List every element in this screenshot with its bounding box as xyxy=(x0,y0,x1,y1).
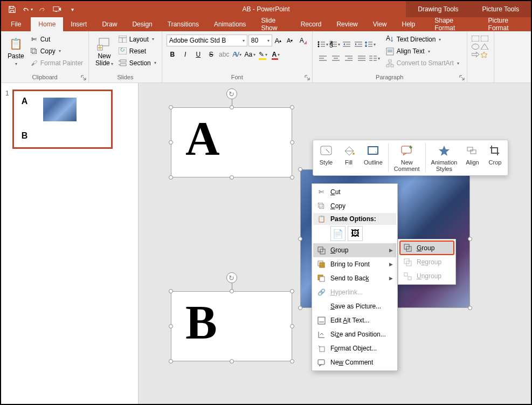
font-size-value: 80 xyxy=(251,37,258,44)
char-spacing-icon[interactable]: AV▾ xyxy=(231,49,243,60)
tab-slideshow[interactable]: Slide Show xyxy=(253,17,293,31)
thumb-text-b: B xyxy=(22,131,28,141)
font-size-selector[interactable]: 80▾ xyxy=(248,35,272,46)
columns-icon[interactable]: ▾ xyxy=(369,52,381,64)
reset-button[interactable]: Reset xyxy=(116,45,158,57)
align-center-icon[interactable] xyxy=(330,52,342,64)
tab-home[interactable]: Home xyxy=(31,17,63,31)
svg-rect-75 xyxy=(318,360,324,365)
align-text-button[interactable]: Align Text▾ xyxy=(384,45,461,57)
ctx-format-object[interactable]: Format Object... xyxy=(313,341,396,355)
reset-label: Reset xyxy=(129,47,146,55)
sub-group[interactable]: Group xyxy=(399,241,454,255)
slide-canvas[interactable]: ↻ A ↻ B Style Fill Outline NewComment An… xyxy=(139,83,531,404)
format-painter-button[interactable]: 🖌Format Painter xyxy=(27,57,85,69)
font-name-selector[interactable]: Adobe Gothic Std B▾ xyxy=(167,35,247,46)
rotate-handle-icon[interactable]: ↻ xyxy=(226,88,237,99)
ctx-size-position[interactable]: Size and Position... xyxy=(313,327,396,341)
save-icon[interactable] xyxy=(5,3,18,16)
justify-icon[interactable] xyxy=(356,52,368,64)
slide-thumbnail-panel: 1 A B xyxy=(1,83,139,404)
align-left-icon[interactable] xyxy=(317,52,329,64)
svg-text:3: 3 xyxy=(329,42,333,47)
increase-font-icon[interactable]: A▴ xyxy=(272,35,284,46)
tab-file[interactable]: File xyxy=(1,17,31,31)
tab-design[interactable]: Design xyxy=(125,17,160,31)
ctx-cut[interactable]: ✄Cut xyxy=(313,185,396,199)
paste-option-2[interactable]: 🖼 xyxy=(348,226,363,241)
highlight-icon[interactable]: ✎▾ xyxy=(257,49,269,60)
new-slide-button[interactable]: NewSlide▾ xyxy=(92,32,116,70)
line-spacing-icon[interactable]: ▾ xyxy=(364,38,376,50)
mini-new-comment-button[interactable]: NewComment xyxy=(391,142,423,173)
tab-shape-format[interactable]: Shape Format xyxy=(423,17,477,31)
align-right-icon[interactable] xyxy=(343,52,355,64)
mini-fill-button[interactable]: Fill xyxy=(338,142,360,173)
paste-button[interactable]: 📋 Paste▾ xyxy=(4,32,27,70)
bold-icon[interactable]: B xyxy=(167,49,178,60)
tab-transitions[interactable]: Transitions xyxy=(160,17,206,31)
ctx-bring-front[interactable]: Bring to Front▶ xyxy=(313,257,396,271)
start-from-beginning-button[interactable] xyxy=(51,3,64,16)
undo-button[interactable]: ▾ xyxy=(20,3,33,16)
copy-button[interactable]: ⿻Copy▾ xyxy=(27,45,85,57)
ctx-send-back[interactable]: Send to Back▶ xyxy=(313,271,396,285)
svg-rect-71 xyxy=(320,277,324,282)
clear-formatting-icon[interactable]: A◢ xyxy=(296,35,308,46)
tab-record[interactable]: Record xyxy=(293,17,329,31)
paragraph-dialog-launcher[interactable] xyxy=(458,74,466,81)
ctx-group[interactable]: Group▶ xyxy=(313,243,396,257)
ctx-save-picture[interactable]: Save as Picture... xyxy=(313,299,396,313)
tab-help[interactable]: Help xyxy=(395,17,423,31)
font-dialog-launcher[interactable] xyxy=(303,74,311,81)
bullets-icon[interactable]: ▾ xyxy=(317,38,329,50)
mini-animation-styles-button[interactable]: AnimationStyles xyxy=(428,142,461,173)
tool-tab-drawing[interactable]: Drawing Tools xyxy=(406,1,470,17)
qat-customize-button[interactable]: ▾ xyxy=(66,3,79,16)
mini-align-button[interactable]: Align xyxy=(461,142,483,173)
rotate-handle-icon[interactable]: ↻ xyxy=(226,272,237,283)
font-color-icon[interactable]: A▾ xyxy=(270,49,282,60)
change-case-icon[interactable]: Aa▾ xyxy=(244,49,256,60)
section-button[interactable]: Section▾ xyxy=(116,57,158,69)
svg-rect-60 xyxy=(321,146,331,155)
tab-review[interactable]: Review xyxy=(329,17,365,31)
numbering-icon[interactable]: 123▾ xyxy=(329,38,341,50)
title-bar: ▾ ▾ AB - PowerPoint Drawing Tools Pictur… xyxy=(1,1,531,17)
underline-icon[interactable]: U xyxy=(192,49,204,60)
group-clipboard: 📋 Paste▾ ✄Cut ⿻Copy▾ 🖌Format Painter Cli… xyxy=(1,31,89,83)
cut-button[interactable]: ✄Cut xyxy=(27,33,85,45)
svg-rect-68 xyxy=(320,263,324,267)
increase-indent-icon[interactable] xyxy=(353,38,364,50)
tool-tab-picture[interactable]: Picture Tools xyxy=(471,1,531,17)
decrease-indent-icon[interactable] xyxy=(341,38,353,50)
tab-picture-format[interactable]: Picture Format xyxy=(478,17,531,31)
mini-outline-button[interactable]: Outline xyxy=(361,142,386,173)
strikethrough-icon[interactable]: S xyxy=(205,49,217,60)
tab-insert[interactable]: Insert xyxy=(63,17,94,31)
tab-draw[interactable]: Draw xyxy=(94,17,125,31)
slide-thumbnail-1[interactable]: A B xyxy=(12,90,113,149)
tab-animations[interactable]: Animations xyxy=(206,17,253,31)
text-direction-button[interactable]: AText Direction▾ xyxy=(384,33,461,45)
ctx-copy[interactable]: ⿻Copy xyxy=(313,199,396,213)
shadow-icon[interactable]: abc xyxy=(218,49,230,60)
paste-option-1[interactable]: 📄 xyxy=(330,226,346,241)
convert-smartart-button[interactable]: Convert to SmartArt▾ xyxy=(384,57,461,69)
textbox-a[interactable]: ↻ A xyxy=(171,107,292,177)
ctx-alt-text[interactable]: Edit Alt Text... xyxy=(313,313,396,327)
ctx-new-comment[interactable]: New Comment xyxy=(313,355,396,369)
clipboard-dialog-launcher[interactable] xyxy=(80,74,87,81)
mini-crop-button[interactable]: Crop xyxy=(484,142,506,173)
svg-point-11 xyxy=(317,42,319,43)
layout-button[interactable]: Layout▾ xyxy=(116,33,158,45)
tab-view[interactable]: View xyxy=(365,17,395,31)
mini-style-button[interactable]: Style xyxy=(315,142,337,173)
text-b: B xyxy=(171,292,292,353)
decrease-font-icon[interactable]: A▾ xyxy=(284,35,296,46)
svg-rect-8 xyxy=(120,64,126,66)
svg-rect-7 xyxy=(120,60,126,62)
redo-button[interactable] xyxy=(36,3,49,16)
italic-icon[interactable]: I xyxy=(179,49,191,60)
textbox-b[interactable]: ↻ B xyxy=(171,291,292,361)
